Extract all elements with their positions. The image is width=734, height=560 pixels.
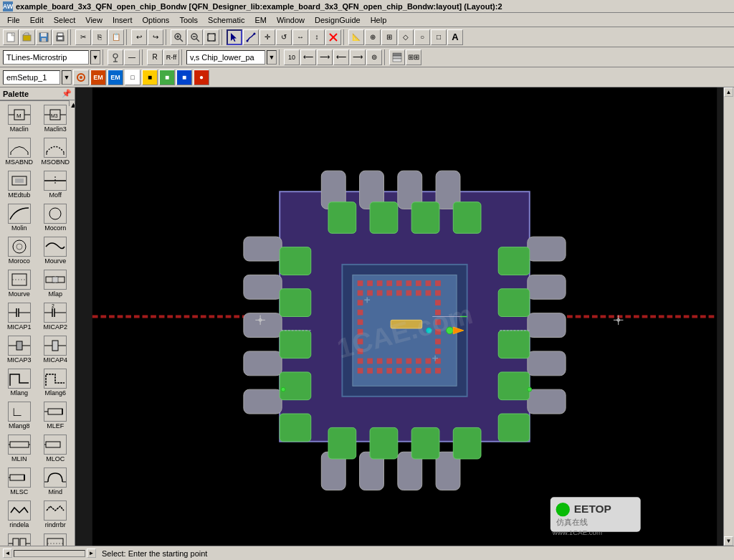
snap-button[interactable]: ⊕ [365,29,381,45]
em-btn-gear[interactable] [73,70,89,85]
wire-button[interactable] [243,29,259,45]
paste-button[interactable]: 📋 [108,29,124,45]
palette-item-mlin[interactable]: MLIN [1,432,37,465]
palette-item-rindvbr[interactable]: rindvbr [1,531,37,546]
palette-item-molin[interactable]: Molin [1,201,37,234]
tb2-btn5[interactable]: ⟶ [350,49,366,65]
zoom-in-button[interactable] [171,29,186,45]
palette-item-mloc[interactable]: MLOC [38,432,74,465]
palette-item-mourve2[interactable]: Mourve [1,267,37,300]
emsetup-dropdown-arrow[interactable]: ▼ [62,70,72,85]
palette-item-maclin3[interactable]: M3 Maclin3 [38,103,74,135]
menu-insert[interactable]: Insert [108,14,137,26]
canvas-area[interactable]: 1CAE.com EETOP 仿真在线 www.1CAE.com ▲ ▼ [75,87,734,546]
hscrollbar-track[interactable] [14,550,85,557]
palette-item-micap4[interactable]: MICAP4 [38,333,74,366]
em-btn-white[interactable]: □ [125,70,140,85]
scroll-up-btn[interactable]: ▲ [724,87,733,97]
em-btn-red[interactable]: ● [194,70,209,85]
select-tool-button[interactable] [227,29,242,45]
zoom-out-button[interactable] [187,29,203,45]
menu-designguide[interactable]: DesignGuide [310,14,365,26]
em-btn-green[interactable]: ■ [159,70,175,85]
palette-scroll-up[interactable]: ▲ [69,100,75,106]
palette-item-mlang[interactable]: Mlang [1,366,37,399]
menu-file[interactable]: File [3,14,24,26]
palette-item-moff[interactable]: Moff [38,169,74,201]
rf-button[interactable]: R-ff [163,49,179,65]
print-button[interactable] [52,29,68,45]
copy-button[interactable]: ⎘ [92,29,108,45]
menu-view[interactable]: View [81,14,107,26]
palette-item-maclin[interactable]: M Maclin [1,103,37,135]
em-btn-em[interactable]: EM [90,70,106,85]
palette-item-mlef[interactable]: MLEF [38,399,74,432]
palette-item-micap3[interactable]: MICAP3 [1,333,37,366]
chip-dropdown[interactable]: v,s Chip_lower_pa [186,50,265,65]
menu-schematic[interactable]: Schematic [204,14,249,26]
palette-item-mlap[interactable]: Mlap [38,267,74,300]
zoom-fit-button[interactable] [204,29,219,45]
palette-item-rindela[interactable]: rindela [1,498,37,531]
menu-tools[interactable]: Tools [175,14,202,26]
menu-options[interactable]: Options [138,14,173,26]
scroll-down-btn[interactable]: ▼ [724,536,733,546]
tb2-btn3[interactable]: ⟶ [317,49,333,65]
delete-button[interactable] [325,29,341,45]
palette-pin[interactable]: 📌 [62,89,72,98]
pin-button[interactable] [108,49,123,65]
palette-item-mocorn[interactable]: Mocorn [38,201,74,234]
grid-button[interactable]: ⊞ [381,29,397,45]
em-btn-em2[interactable]: EM [108,70,123,85]
palette-item-moroco[interactable]: Moroco [1,234,37,267]
move-button[interactable]: ✛ [259,29,275,45]
palette-item-rindrrbr[interactable]: rindrrbr [38,498,74,531]
palette-item-micap2[interactable]: 2 MICAP2 [38,300,74,333]
em-btn-yellow[interactable]: ■ [142,70,158,85]
palette-item-msabnd[interactable]: MSABND [1,136,37,168]
chip-dropdown-arrow[interactable]: ▼ [267,50,277,65]
scroll-right-btn[interactable]: ► [87,549,96,558]
menu-help[interactable]: Help [366,14,391,26]
tb2-btn1[interactable]: 10 [284,49,300,65]
measure-button[interactable]: 📐 [348,29,364,45]
palette-item-mourve[interactable]: Mourve [38,234,74,267]
cut-button[interactable]: ✂ [75,29,91,45]
route-button[interactable]: R [147,49,163,65]
open-button[interactable] [19,29,35,45]
undo-button[interactable]: ↩ [131,29,147,45]
tb2-btn6[interactable]: ⊚ [366,49,382,65]
rotate-button[interactable]: ↺ [276,29,292,45]
dash-button[interactable]: — [124,49,140,65]
tlines-dropdown-arrow[interactable]: ▼ [90,50,100,65]
scroll-left-btn[interactable]: ◄ [3,549,12,558]
circle-button[interactable]: ○ [414,29,430,45]
diamond-button[interactable]: ◇ [398,29,414,45]
tb2-layers[interactable] [389,49,405,65]
text-button[interactable]: A [447,29,463,45]
palette-item-mlang6[interactable]: Mlang6 [38,366,74,399]
tb2-btn2[interactable]: ⟵ [300,49,316,65]
save-button[interactable] [36,29,52,45]
em-btn-blue[interactable]: ■ [176,70,192,85]
tb2-grid2[interactable]: ⊞⊞ [406,49,421,65]
palette-item-medtub[interactable]: MEdtub [1,169,37,201]
new-button[interactable] [3,29,19,45]
menu-em[interactable]: EM [250,14,271,26]
emsetup-dropdown[interactable]: emSetup_1 [3,70,60,85]
canvas-vscrollbar[interactable]: ▲ ▼ [723,87,734,546]
tlines-dropdown[interactable]: TLines-Microstrip [3,50,89,65]
palette-item-mlang8[interactable]: ∟ Mlang8 [1,399,37,432]
palette-item-micap1[interactable]: MICAP1 [1,300,37,333]
mirror-v-button[interactable]: ↕ [309,29,325,45]
menu-edit[interactable]: Edit [26,14,48,26]
menu-window[interactable]: Window [272,14,309,26]
menu-select[interactable]: Select [49,14,80,26]
palette-item-mlsc[interactable]: MLSC [1,465,37,498]
palette-item-mind[interactable]: Mind [38,465,74,498]
tb2-btn4[interactable]: ⟵ [333,49,349,65]
palette-item-rindela2[interactable]: rindela [38,531,74,546]
mirror-h-button[interactable]: ↔ [292,29,308,45]
palette-item-msobnd[interactable]: MSOBND [38,136,74,168]
redo-button[interactable]: ↪ [148,29,163,45]
